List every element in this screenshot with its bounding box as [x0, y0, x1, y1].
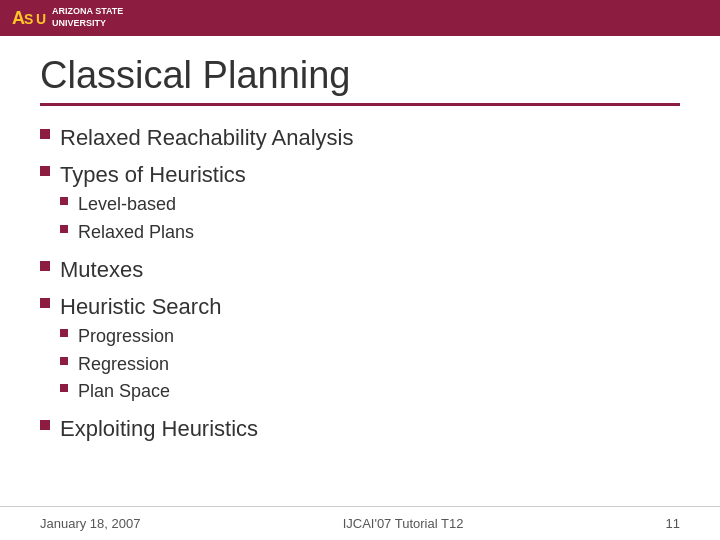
sub-bullet-list: Level-based Relaxed Plans	[60, 193, 246, 244]
university-name: ARIZONA STATE UNIVERSITY	[52, 6, 123, 29]
list-item: Plan Space	[60, 380, 221, 403]
footer-conference: IJCAI'07 Tutorial T12	[343, 516, 464, 531]
list-item: Progression	[60, 325, 221, 348]
item-label: Plan Space	[78, 380, 170, 403]
footer-page-number: 11	[666, 516, 680, 531]
list-item: Exploiting Heuristics	[40, 415, 680, 444]
bullet-icon	[40, 298, 50, 308]
slide-footer: January 18, 2007 IJCAI'07 Tutorial T12 1…	[0, 506, 720, 540]
list-item: Relaxed Reachability Analysis	[40, 124, 680, 153]
bullet-icon	[60, 384, 68, 392]
asu-pitchfork-icon: A S U	[10, 4, 46, 32]
bullet-icon	[40, 166, 50, 176]
svg-text:S: S	[24, 11, 33, 27]
item-label: Types of Heuristics	[60, 161, 246, 190]
item-label: Heuristic Search	[60, 293, 221, 322]
list-item: Mutexes	[40, 256, 680, 285]
item-label: Relaxed Reachability Analysis	[60, 124, 354, 153]
list-item: Types of Heuristics Level-based Relaxed …	[40, 161, 680, 248]
footer-date: January 18, 2007	[40, 516, 140, 531]
list-item: Level-based	[60, 193, 246, 216]
list-item: Heuristic Search Progression Regression …	[40, 293, 680, 408]
bullet-icon	[40, 129, 50, 139]
header-bar: A S U ARIZONA STATE UNIVERSITY	[0, 0, 720, 36]
title-underline	[40, 103, 680, 106]
item-label: Mutexes	[60, 256, 143, 285]
bullet-icon	[60, 357, 68, 365]
item-label: Exploiting Heuristics	[60, 415, 258, 444]
list-item: Regression	[60, 353, 221, 376]
item-label: Level-based	[78, 193, 176, 216]
bullet-icon	[40, 261, 50, 271]
sub-bullet-list: Progression Regression Plan Space	[60, 325, 221, 403]
item-label: Relaxed Plans	[78, 221, 194, 244]
main-bullet-list: Relaxed Reachability Analysis Types of H…	[40, 124, 680, 444]
item-label: Progression	[78, 325, 174, 348]
item-label: Regression	[78, 353, 169, 376]
bullet-icon	[60, 225, 68, 233]
bullet-icon	[40, 420, 50, 430]
bullet-icon	[60, 197, 68, 205]
page-title: Classical Planning	[40, 54, 680, 97]
slide-content: Classical Planning Relaxed Reachability …	[0, 36, 720, 462]
svg-text:U: U	[36, 11, 46, 27]
bullet-icon	[60, 329, 68, 337]
list-item: Relaxed Plans	[60, 221, 246, 244]
asu-logo: A S U ARIZONA STATE UNIVERSITY	[10, 4, 123, 32]
